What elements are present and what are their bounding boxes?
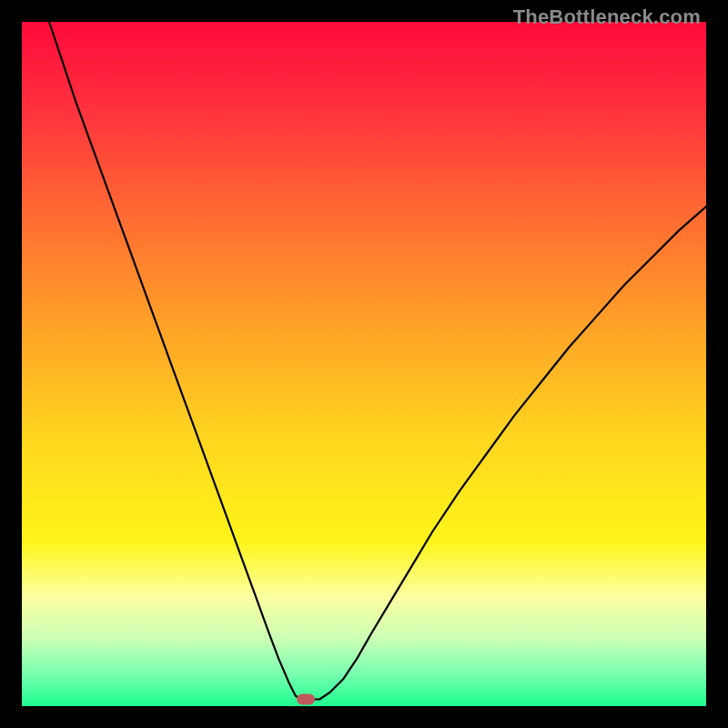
chart-marker (297, 693, 315, 704)
chart-svg (22, 22, 706, 706)
chart-background (22, 22, 706, 706)
watermark-text: TheBottleneck.com (513, 5, 701, 29)
chart-plot-area (22, 22, 706, 706)
